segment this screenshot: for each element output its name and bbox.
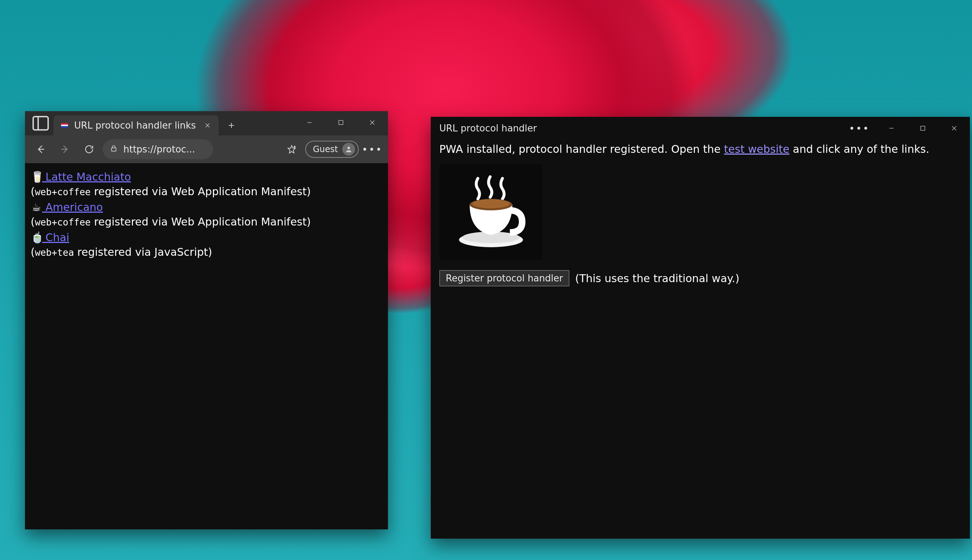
pwa-window: URL protocol handler ••• PWA installed, … (431, 117, 970, 538)
browser-titlebar[interactable]: URL protocol handler links (25, 111, 388, 135)
protocol-code: web+coffee (35, 217, 91, 228)
drink-icon: ☕ (31, 199, 42, 215)
pwa-content: PWA installed, protocol handler register… (431, 140, 970, 538)
svg-point-27 (472, 199, 510, 208)
address-bar[interactable]: https://protoc... (103, 139, 213, 159)
browser-tab[interactable]: URL protocol handler links (54, 115, 219, 135)
svg-rect-15 (112, 148, 116, 151)
address-text: https://protoc... (123, 144, 195, 155)
profile-label: Guest (313, 144, 338, 154)
avatar-icon (342, 143, 355, 156)
protocol-code: web+tea (35, 247, 74, 258)
window-controls (294, 111, 388, 134)
maximize-button[interactable] (907, 117, 939, 140)
registration-line: (web+coffee registered via Web Applicati… (31, 215, 382, 228)
list-item: ☕ Americano (31, 199, 382, 215)
app-menu-button[interactable]: ••• (849, 117, 870, 140)
svg-rect-3 (61, 125, 68, 126)
tab-strip: URL protocol handler links (25, 111, 241, 135)
svg-point-19 (347, 147, 350, 149)
drink-icon: 🥛 (31, 169, 42, 185)
lock-icon (110, 144, 118, 155)
svg-rect-10 (339, 120, 343, 125)
close-button[interactable] (939, 117, 970, 140)
pwa-title: URL protocol handler (439, 123, 537, 133)
maximize-button[interactable] (325, 111, 356, 134)
forward-button[interactable] (54, 138, 75, 160)
svg-rect-4 (61, 126, 68, 128)
intro-text: PWA installed, protocol handler register… (439, 142, 961, 157)
tab-title: URL protocol handler links (74, 120, 196, 131)
page-content: 🥛 Latte Macchiato (web+coffee registered… (25, 163, 388, 529)
registration-line: (web+coffee registered via Web Applicati… (31, 185, 382, 198)
new-tab-button[interactable] (221, 115, 241, 135)
coffee-cup-image (439, 164, 543, 260)
browser-toolbar: https://protoc... Guest ••• (25, 135, 388, 163)
svg-rect-2 (61, 123, 68, 125)
minimize-button[interactable] (294, 111, 325, 134)
protocol-code: web+coffee (35, 187, 91, 197)
svg-rect-0 (33, 117, 48, 130)
pwa-titlebar[interactable]: URL protocol handler ••• (431, 117, 970, 140)
profile-button[interactable]: Guest (305, 141, 359, 158)
vertical-tabs-button[interactable] (31, 113, 51, 133)
tab-favicon-icon (60, 121, 69, 130)
favorites-button[interactable] (281, 138, 302, 160)
drink-icon: 🍵 (31, 229, 42, 246)
chai-link[interactable]: Chai (42, 231, 69, 244)
window-controls (876, 117, 970, 140)
register-note: (This uses the traditional way.) (575, 272, 739, 285)
list-item: 🍵 Chai (31, 229, 382, 246)
register-handler-button[interactable]: Register protocol handler (439, 270, 569, 287)
test-website-link[interactable]: test website (724, 143, 790, 155)
registration-line: (web+tea registered via JavaScript) (31, 246, 382, 258)
list-item: 🥛 Latte Macchiato (31, 169, 382, 185)
tab-close-icon[interactable] (204, 120, 211, 131)
browser-window: URL protocol handler links (25, 111, 388, 529)
svg-rect-21 (921, 126, 925, 130)
americano-link[interactable]: Americano (42, 201, 103, 213)
latte-link[interactable]: Latte Macchiato (42, 171, 131, 183)
desktop-background: URL protocol handler links (0, 0, 972, 560)
register-row: Register protocol handler (This uses the… (439, 270, 961, 287)
more-button[interactable]: ••• (361, 138, 383, 160)
minimize-button[interactable] (876, 117, 907, 140)
refresh-button[interactable] (79, 138, 100, 160)
close-button[interactable] (356, 111, 388, 134)
back-button[interactable] (30, 138, 51, 160)
